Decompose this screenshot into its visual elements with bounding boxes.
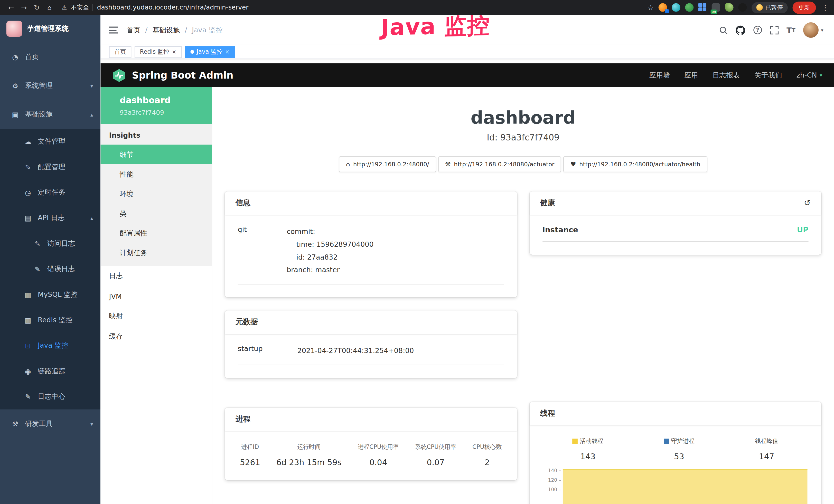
sba-nav-journal[interactable]: 日志报表 <box>712 70 740 80</box>
actuator-url-button[interactable]: ⚒ http://192.168.0.2:48080/actuator <box>438 156 562 172</box>
app-shell: 芋道管理系统 ◔ 首页 ⚙ 系统管理 ▾ ▣ 基础设施 ▴ ☁ 文件管理 <box>0 15 834 504</box>
chevron-down-icon: ▾ <box>821 27 823 33</box>
sidebar-item-api-logs[interactable]: ▤ API 日志 ▴ <box>0 205 101 231</box>
sidebar-item-error-logs[interactable]: ✎ 错误日志 <box>0 256 101 282</box>
tab-java-monitor[interactable]: Java 监控 × <box>185 46 235 58</box>
sba-menu-details[interactable]: 细节 <box>101 144 212 164</box>
instance-links: ⌂ http://192.168.0.2:48080/ ⚒ http://192… <box>225 156 821 172</box>
process-card-body: 进程ID 5261 运行时间 6d 23h 15m 59s <box>225 431 517 480</box>
tab-redis-monitor[interactable]: Redis 监控 × <box>135 46 182 58</box>
extension-icon-teal-drop[interactable] <box>672 3 680 12</box>
github-icon[interactable] <box>736 25 745 35</box>
back-button[interactable]: ← <box>5 3 17 11</box>
search-icon[interactable] <box>719 26 727 34</box>
sidebar-item-redis-monitor[interactable]: ▥ Redis 监控 <box>0 307 101 333</box>
breadcrumb-infrastructure[interactable]: 基础设施 <box>152 25 180 35</box>
fullscreen-icon[interactable] <box>770 26 778 34</box>
sba-section-jvm[interactable]: JVM <box>101 286 212 306</box>
info-git-row: git commit: time: 1596289704000 id: 27aa… <box>238 225 504 284</box>
sba-menu-scheduled-tasks[interactable]: 计划任务 <box>101 243 212 263</box>
sidebar-item-log-center[interactable]: ✎ 日志中心 <box>0 384 101 409</box>
legend-square-yellow <box>572 438 578 444</box>
extension-icon-green[interactable] <box>685 3 694 12</box>
warning-icon: ⚠ <box>62 4 67 11</box>
metric-value: 2 <box>473 458 502 467</box>
sidebar-item-system-management[interactable]: ⚙ 系统管理 ▾ <box>0 71 101 100</box>
instance-name: dashboard <box>120 95 206 105</box>
update-button[interactable]: 更新 <box>792 1 816 14</box>
sba-section-caches[interactable]: 缓存 <box>101 326 212 347</box>
sba-menu-environment[interactable]: 环境 <box>101 184 212 204</box>
metric-label: CPU核心数 <box>473 443 502 451</box>
metric-label: 进程CPU使用率 <box>358 443 399 451</box>
locale-select[interactable]: zh-CN ▾ <box>796 71 822 79</box>
sidebar-item-label: 访问日志 <box>47 239 75 248</box>
sidebar-item-dev-tools[interactable]: ⚒ 研发工具 ▾ <box>0 410 101 438</box>
sidebar-item-mysql-monitor[interactable]: ▦ MySQL 监控 <box>0 282 101 307</box>
close-icon[interactable]: × <box>225 49 229 55</box>
extension-icon-black[interactable] <box>738 3 747 12</box>
address-bar[interactable]: ⚠ 不安全 dashboard.yudao.iocoder.cn/infra/a… <box>62 3 646 11</box>
extension-icon-grid[interactable] <box>698 3 707 12</box>
help-icon[interactable]: ? <box>753 25 762 35</box>
sidebar-item-trace[interactable]: ◉ 链路追踪 <box>0 359 101 384</box>
sba-body: dashboard 93a3fc7f7409 Insights 细节 性能 环境… <box>101 87 834 504</box>
info-card-title: 信息 <box>225 191 517 215</box>
sba-nav-applications[interactable]: 应用 <box>684 70 698 80</box>
app-logo[interactable]: 芋道管理系统 <box>0 15 101 43</box>
sidebar-item-home[interactable]: ◔ 首页 <box>0 43 101 71</box>
sidebar-collapse-button[interactable] <box>109 27 118 33</box>
sba-nav-wallboard[interactable]: 应用墙 <box>649 70 670 80</box>
extension-icon-dark-on[interactable]: on <box>712 3 720 12</box>
infrastructure-submenu: ☁ 文件管理 ✎ 配置管理 ◷ 定时任务 ▤ API 日志 ▴ ✎ <box>0 129 101 409</box>
sidebar-item-java-monitor[interactable]: ⊡ Java 监控 <box>0 333 101 358</box>
sidebar-item-access-logs[interactable]: ✎ 访问日志 <box>0 231 101 256</box>
breadcrumb-separator: / <box>145 26 148 34</box>
breadcrumb-separator: / <box>185 26 187 34</box>
threads-legend: 活动线程 143 守护进程 <box>542 436 808 461</box>
sidebar-item-config-management[interactable]: ✎ 配置管理 <box>0 154 101 180</box>
app-title: 芋道管理系统 <box>27 24 69 33</box>
sidebar-item-infrastructure[interactable]: ▣ 基础设施 ▴ <box>0 100 101 129</box>
sidebar-item-file-management[interactable]: ☁ 文件管理 <box>0 129 101 154</box>
breadcrumb-home[interactable]: 首页 <box>127 25 140 35</box>
metadata-card-body: startup 2021-04-27T00:44:31.254+08:00 <box>225 334 517 378</box>
service-url-button[interactable]: ⌂ http://192.168.0.2:48080/ <box>339 156 436 172</box>
bookmark-star-icon[interactable]: ☆ <box>648 3 654 11</box>
metric-value: 6d 23h 15m 59s <box>277 458 342 467</box>
extension-icon-orange[interactable]: 1 <box>659 3 667 12</box>
legend-label: 线程峰值 <box>755 437 778 445</box>
tab-home[interactable]: 首页 <box>109 46 132 58</box>
home-icon: ⌂ <box>346 160 350 168</box>
sba-nav-about[interactable]: 关于我们 <box>754 70 782 80</box>
sba-menu-config-properties[interactable]: 配置属性 <box>101 223 212 243</box>
y-axis-tick-label: 140 <box>542 468 557 473</box>
forward-button[interactable]: → <box>18 3 30 11</box>
reload-button[interactable]: ↻ <box>31 3 43 11</box>
paused-badge[interactable]: 已暂停 <box>751 2 788 13</box>
user-avatar[interactable]: ▾ <box>804 22 824 38</box>
browser-menu-kebab-icon[interactable]: ⋮ <box>822 3 829 11</box>
sidebar-item-label: 错误日志 <box>47 264 75 274</box>
health-instance-label: Instance <box>542 225 578 234</box>
chevron-down-icon: ▾ <box>820 72 822 78</box>
extension-icon-leaf[interactable] <box>725 3 733 12</box>
process-card-title: 进程 <box>225 408 517 431</box>
legend-daemon-threads: 守护进程 53 <box>664 437 695 461</box>
sba-menu-metrics[interactable]: 性能 <box>101 164 212 184</box>
sidebar-item-scheduled-tasks[interactable]: ◷ 定时任务 <box>0 180 101 205</box>
history-icon[interactable]: ↺ <box>804 198 811 208</box>
chevron-down-icon: ▾ <box>90 421 93 427</box>
screenshot-stage: ← → ↻ ⌂ ⚠ 不安全 dashboard.yudao.iocoder.cn… <box>0 0 834 504</box>
home-button[interactable]: ⌂ <box>44 3 56 11</box>
sba-section-mappings[interactable]: 映射 <box>101 306 212 327</box>
sba-menu-classes[interactable]: 类 <box>101 204 212 223</box>
database-icon: ▥ <box>23 316 32 324</box>
sba-section-loggers[interactable]: 日志 <box>101 266 212 286</box>
cloud-upload-icon: ☁ <box>23 137 32 145</box>
cards-left-column: 信息 git commit: time: 1596289704000 id: 2… <box>225 191 517 504</box>
close-icon[interactable]: × <box>172 49 176 55</box>
health-url-button[interactable]: ♥ http://192.168.0.2:48080/actuator/heal… <box>564 156 707 172</box>
process-metrics: 进程ID 5261 运行时间 6d 23h 15m 59s <box>238 442 504 467</box>
font-size-icon[interactable]: T T <box>787 26 795 34</box>
